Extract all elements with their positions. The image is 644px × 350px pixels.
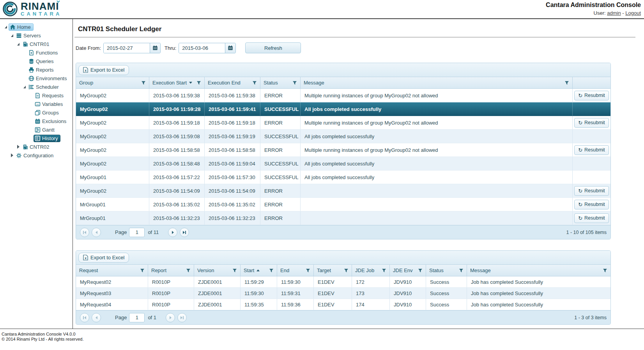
pager-prev-button[interactable] [92,228,101,237]
filter-icon[interactable] [603,268,607,273]
column-header-jde-job[interactable]: JDE Job [352,265,390,276]
column-header-message[interactable]: Message [301,77,573,88]
column-header-target[interactable]: Target [314,265,352,276]
thru-input[interactable] [179,43,225,53]
expand-caret[interactable] [9,34,15,37]
expand-caret[interactable] [9,153,15,157]
resubmit-button[interactable]: ↻Resubmit [574,200,609,209]
column-header-request[interactable]: Request [76,265,148,276]
pager-next-button[interactable] [166,313,175,322]
sidebar-item-servers[interactable]: Servers [2,31,73,40]
sidebar-item-home[interactable]: Home [2,23,73,31]
column-header-group[interactable]: Group [76,77,149,88]
ledger-grid-toolbar: x Export to Excel [76,63,610,77]
export-to-excel-button[interactable]: x Export to Excel [78,65,129,75]
pager-first-button[interactable] [80,313,89,322]
sidebar-item-requests[interactable]: Requests [2,91,73,100]
pager-items-count: 1 - 3 of 3 items [574,315,607,320]
filter-icon[interactable] [292,81,297,85]
resubmit-button[interactable]: ↻Resubmit [574,118,609,128]
expand-caret[interactable] [16,145,21,149]
expand-caret[interactable] [16,43,21,46]
table-row[interactable]: MyGroup02 2015-03-06 11:59:18 2015-03-06… [76,116,610,130]
column-header-start[interactable]: Start [241,265,277,276]
servers-icon [16,33,22,39]
column-header-status[interactable]: Status [260,77,301,88]
page-number-input[interactable] [129,313,145,322]
filter-icon[interactable] [252,81,257,85]
sidebar-item-variables[interactable]: (x) Variables [2,100,73,108]
sidebar-item-groups[interactable]: Groups [2,108,73,117]
table-row[interactable]: MyRequest02 R0010P ZJDE0001 11:59:29 11:… [76,276,610,288]
expand-caret[interactable] [3,26,9,28]
export-to-excel-button[interactable]: x Export to Excel [78,253,129,263]
filter-icon[interactable] [306,268,310,273]
refresh-button[interactable]: Refresh [245,42,301,53]
filter-icon[interactable] [344,268,349,273]
user-separator: - [622,10,624,16]
filter-icon[interactable] [232,268,237,273]
column-header-report[interactable]: Report [148,265,194,276]
table-row[interactable]: MyGroup02 2015-03-06 11:59:08 2015-03-06… [76,130,610,143]
table-row[interactable]: MyGroup02 2015-03-06 11:58:58 2015-03-06… [76,143,610,157]
pager-last-button[interactable] [180,228,189,237]
svg-text:x: x [85,256,87,260]
sidebar-item-history[interactable]: History [2,134,73,142]
table-row[interactable]: MyGroup01 2015-03-06 11:57:22 2015-03-06… [76,171,610,184]
expand-caret[interactable] [22,86,27,88]
filter-icon[interactable] [459,268,464,273]
table-row[interactable]: MrGroup01 2015-03-06 11:32:23 2015-03-06… [76,211,610,225]
filter-icon[interactable] [269,268,274,273]
resubmit-button[interactable]: ↻Resubmit [574,186,609,196]
sidebar-item-gantt[interactable]: Gantt [2,125,73,134]
pager-first-button[interactable] [80,228,89,237]
date-from-calendar-button[interactable] [150,43,160,53]
pager-prev-button[interactable] [92,313,101,322]
thru-calendar-button[interactable] [225,43,235,53]
sidebar-item-functions[interactable]: Functions [2,48,73,57]
table-row[interactable]: MyGroup02 2015-03-06 11:58:48 2015-03-06… [76,157,610,171]
logout-link[interactable]: Logout [625,10,641,16]
sidebar-tree: Home Servers CNTR01 Functions [0,19,73,329]
pager-next-button[interactable] [168,228,177,237]
table-row[interactable]: MyRequest03 R0010P ZJDE0001 11:59:30 11:… [76,288,610,299]
table-row[interactable]: MrGroup01 2015-03-06 11:35:02 2015-03-06… [76,198,610,211]
table-row[interactable]: MyGroup02 2015-03-06 11:54:09 2015-03-06… [76,184,610,198]
filter-icon[interactable] [186,268,191,273]
sidebar-item-configuration[interactable]: Configuration [2,151,73,160]
sidebar-item-scheduler[interactable]: Scheduler [2,83,73,91]
page-number-input[interactable] [129,228,145,237]
sidebar-item-environments[interactable]: Environments [2,74,73,83]
column-header-message[interactable]: Message [467,265,610,276]
filter-icon[interactable] [564,81,569,85]
resubmit-button[interactable]: ↻Resubmit [574,213,609,223]
resubmit-button[interactable]: ↻Resubmit [574,145,609,155]
filter-icon[interactable] [196,81,201,85]
filter-icon[interactable] [141,81,146,85]
filter-icon[interactable] [140,268,145,273]
resubmit-icon: ↻ [578,148,582,153]
filter-icon[interactable] [418,268,423,273]
sidebar-item-exclusions[interactable]: Exclusions [2,117,73,125]
resubmit-button[interactable]: ↻Resubmit [574,91,609,100]
column-header-jde-env[interactable]: JDE Env [390,265,426,276]
column-header-execution-end[interactable]: Execution End [205,77,260,88]
pager-last-button[interactable] [177,313,187,322]
detail-grid-toolbar: x Export to Excel [76,251,610,265]
user-name-link[interactable]: admin [607,10,621,16]
sidebar-item-cntr01[interactable]: CNTR01 [2,40,73,48]
filter-icon[interactable] [382,268,386,273]
column-header-version[interactable]: Version [194,265,241,276]
table-row-selected[interactable]: MyGroup02 2015-03-06 11:59:28 2015-03-06… [76,102,610,116]
column-header-status[interactable]: Status [426,265,467,276]
sidebar-item-reports[interactable]: Reports [2,65,73,74]
table-row[interactable]: MyRequest04 R0010P ZJDE0001 11:59:35 11:… [76,299,610,310]
table-row[interactable]: MyGroup02 2015-03-06 11:59:38 2015-03-06… [76,89,610,102]
date-from-input[interactable] [104,43,150,53]
exclusions-icon [35,118,41,124]
sidebar-item-cntr02[interactable]: CNTR02 [2,142,73,151]
column-header-execution-start[interactable]: Execution Start [149,77,205,88]
sidebar-item-queries[interactable]: Queries [2,57,73,65]
column-header-end[interactable]: End [277,265,314,276]
date-from-picker [103,43,161,53]
